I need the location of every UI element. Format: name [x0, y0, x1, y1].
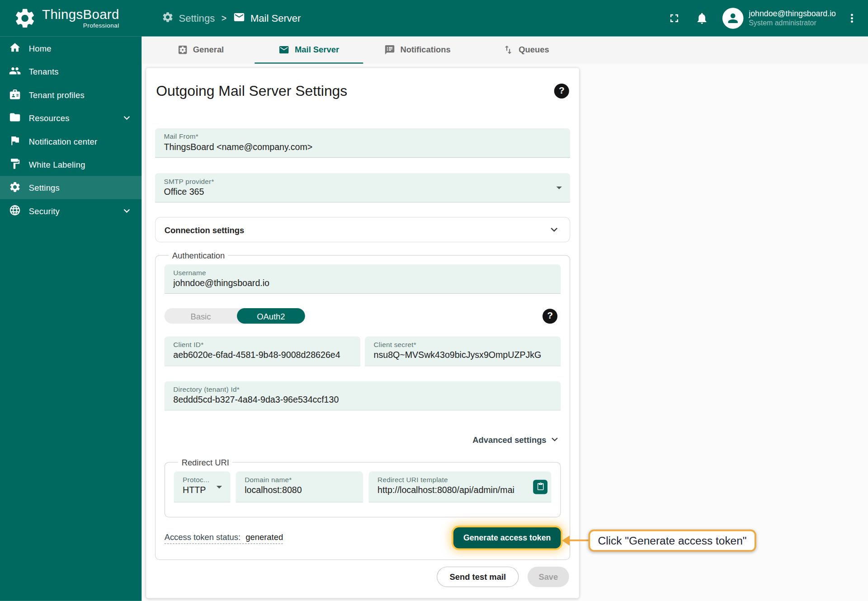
- mail-from-label: Mail From*: [164, 133, 561, 141]
- sidebar-item-home[interactable]: Home: [0, 37, 142, 60]
- username-value: johndoe@thingsboard.io: [173, 278, 552, 288]
- access-token-status-value: generated: [245, 532, 283, 541]
- kebab-menu-icon[interactable]: [845, 11, 859, 25]
- tabbar: General Mail Server Notifications Queues: [142, 37, 868, 64]
- thingsboard-app: ThingsBoard Professional Settings > Mail…: [0, 0, 868, 601]
- redirect-uri-template-label: Redirect URI template: [377, 476, 527, 484]
- sidebar-item-tenant-profiles[interactable]: Tenant profiles: [0, 83, 142, 106]
- annotation-callout: Click "Generate access token": [589, 530, 756, 552]
- user-avatar[interactable]: [722, 8, 743, 29]
- tab-notifications[interactable]: Notifications: [363, 37, 472, 64]
- mail-from-field[interactable]: Mail From* ThingsBoard <name@company.com…: [155, 128, 570, 158]
- folder-icon: [9, 111, 21, 125]
- user-email: johndoe@thingsboard.io: [749, 9, 836, 19]
- sidebar-item-label: Tenant profiles: [29, 90, 85, 99]
- brand[interactable]: ThingsBoard Professional: [0, 7, 142, 30]
- header-actions: johndoe@thingsboard.io System administra…: [667, 8, 868, 29]
- breadcrumb-settings[interactable]: Settings: [162, 11, 215, 26]
- username-field[interactable]: Username johndoe@thingsboard.io: [165, 264, 561, 294]
- globe-icon: [9, 204, 21, 218]
- sidebar-item-label: Home: [29, 43, 52, 53]
- smtp-provider-label: SMTP provider*: [164, 178, 561, 185]
- annotation-arrowhead: [562, 535, 570, 545]
- sidebar-item-label: Security: [29, 206, 60, 216]
- sidebar-item-label: White Labeling: [29, 160, 85, 169]
- domain-name-value: localhost:8080: [245, 485, 354, 495]
- advanced-settings-toggle[interactable]: Advanced settings: [165, 433, 561, 446]
- dropdown-arrow-icon: [552, 181, 566, 194]
- tab-label: General: [193, 45, 224, 54]
- directory-tenant-id-value: 8eddd5cd-b327-4a84-9da3-96e534ccf130: [173, 395, 552, 405]
- authentication-legend: Authentication: [169, 251, 228, 260]
- access-token-status-label: Access token status:: [165, 532, 241, 541]
- domain-name-label: Domain name*: [245, 476, 354, 484]
- sidebar-item-tenants[interactable]: Tenants: [0, 60, 142, 83]
- tab-general[interactable]: General: [146, 37, 255, 64]
- settings-applications-icon: [177, 44, 188, 55]
- sidebar-item-resources[interactable]: Resources: [0, 106, 142, 129]
- tab-label: Mail Server: [295, 45, 339, 54]
- authentication-fieldset: Authentication Username johndoe@thingsbo…: [155, 251, 570, 560]
- content-area: General Mail Server Notifications Queues: [142, 37, 868, 601]
- send-test-mail-button[interactable]: Send test mail: [437, 567, 519, 587]
- redirect-uri-template-field[interactable]: Redirect URI template http://localhost:8…: [369, 471, 552, 502]
- client-id-value: aeb6020e-6fad-4581-9b48-9008d28626e4: [173, 350, 351, 360]
- client-secret-field[interactable]: Client secret* nsu8Q~MVSwk43o9bicJysx9Om…: [365, 336, 561, 366]
- directory-tenant-id-field[interactable]: Directory (tenant) Id* 8eddd5cd-b327-4a8…: [165, 381, 561, 411]
- auth-oauth2-option[interactable]: OAuth2: [237, 308, 305, 324]
- save-button[interactable]: Save: [528, 567, 569, 587]
- sidebar: Home Tenants Tenant profiles Resources N…: [0, 37, 142, 601]
- tab-queues[interactable]: Queues: [472, 37, 580, 64]
- fullscreen-icon[interactable]: [667, 11, 681, 25]
- sidebar-item-label: Resources: [29, 113, 70, 122]
- protocol-select[interactable]: Protoc... HTTP: [174, 471, 230, 502]
- tab-label: Queues: [519, 45, 549, 54]
- copy-redirect-uri-button[interactable]: [533, 479, 547, 494]
- chat-notes-icon: [384, 44, 395, 55]
- notifications-bell-icon[interactable]: [694, 11, 709, 25]
- mail-icon: [233, 11, 245, 26]
- mail-icon: [278, 44, 289, 55]
- sidebar-item-settings[interactable]: Settings: [0, 176, 142, 199]
- tab-mail-server[interactable]: Mail Server: [255, 37, 363, 64]
- redirect-uri-fieldset: Redirect URI Protoc... HTTP Domain name*…: [165, 458, 561, 517]
- client-secret-label: Client secret*: [374, 341, 552, 348]
- smtp-provider-value: Office 365: [164, 187, 561, 197]
- help-icon[interactable]: ?: [542, 309, 557, 324]
- sidebar-item-white-labeling[interactable]: White Labeling: [0, 153, 142, 176]
- access-token-row: Access token status: generated Generate …: [165, 527, 561, 549]
- breadcrumb-mail-server: Mail Server: [233, 11, 301, 26]
- domain-name-field[interactable]: Domain name* localhost:8080: [236, 471, 363, 502]
- protocol-label: Protoc...: [183, 476, 216, 484]
- smtp-provider-select[interactable]: SMTP provider* Office 365: [155, 173, 570, 202]
- connection-settings-panel[interactable]: Connection settings: [155, 217, 570, 242]
- client-secret-value: nsu8Q~MVSwk43o9bicJysx9OmpUZPJkG: [374, 350, 552, 360]
- sidebar-item-notification-center[interactable]: Notification center: [0, 130, 142, 153]
- import-export-icon: [503, 44, 514, 55]
- badge-icon: [9, 88, 21, 102]
- paint-icon: [9, 157, 21, 171]
- redirect-uri-template-value: http://localhost:8080/api/admin/mai: [377, 485, 527, 495]
- sidebar-item-security[interactable]: Security: [0, 199, 142, 222]
- people-icon: [9, 65, 21, 79]
- breadcrumb-separator: >: [222, 13, 226, 23]
- sidebar-item-label: Settings: [29, 183, 60, 193]
- breadcrumb: Settings > Mail Server: [162, 11, 301, 26]
- sidebar-item-label: Tenants: [29, 67, 59, 76]
- chevron-down-icon: [547, 223, 561, 236]
- gear-icon: [162, 11, 174, 26]
- connection-settings-label: Connection settings: [165, 225, 245, 235]
- sidebar-item-label: Notification center: [29, 136, 98, 146]
- flag-icon: [9, 134, 21, 148]
- client-id-field[interactable]: Client ID* aeb6020e-6fad-4581-9b48-9008d…: [165, 336, 360, 366]
- client-id-label: Client ID*: [173, 341, 351, 348]
- mail-from-value: ThingsBoard <name@company.com>: [164, 142, 561, 152]
- help-icon[interactable]: ?: [554, 83, 569, 98]
- mail-server-settings-card: Outgoing Mail Server Settings ? Mail Fro…: [146, 68, 579, 598]
- card-actions: Send test mail Save: [155, 567, 570, 587]
- advanced-settings-label: Advanced settings: [472, 435, 546, 444]
- person-icon: [726, 11, 740, 25]
- generate-access-token-button[interactable]: Generate access token: [453, 527, 561, 549]
- auth-basic-option[interactable]: Basic: [165, 308, 237, 324]
- access-token-status: Access token status: generated: [165, 532, 283, 544]
